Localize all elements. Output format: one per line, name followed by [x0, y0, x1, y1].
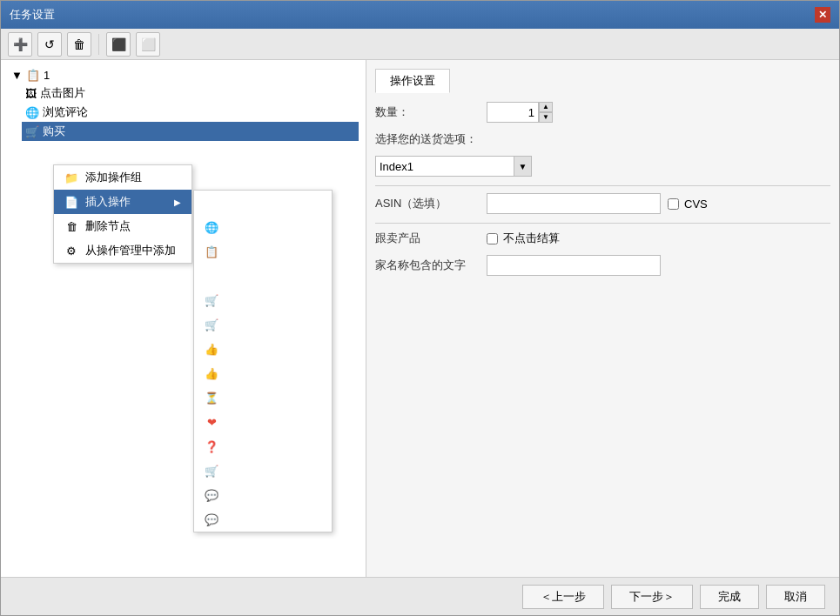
tree-item-buy[interactable]: 🛒 购买	[22, 122, 359, 141]
browse-comment-icon: 🌐	[205, 220, 218, 234]
context-menu-insert-action[interactable]: 📄 插入操作 ▶ 🖼 点击图片 🌐 浏览评论	[54, 190, 192, 214]
no-click-checkout-row: 不点击结算	[487, 231, 560, 246]
wait-label: 等待	[225, 390, 248, 405]
shipping-label: 选择您的送货选项：	[375, 131, 480, 147]
cvs-checkbox-row: CVS	[668, 198, 708, 211]
prev-button[interactable]: ＜上一步	[522, 585, 604, 609]
seller-name-row: 家名称包含的文字	[375, 255, 830, 276]
tree-item-root[interactable]: ▼ 📋 1	[8, 67, 359, 84]
shipping-select[interactable]: Index1	[375, 156, 514, 177]
tree-item-browse-comment[interactable]: 🌐 浏览评论	[22, 103, 359, 122]
view-detail-label: 查看详情	[225, 244, 271, 259]
submenu-scroll[interactable]: ↕ 滑动滚动条	[194, 264, 332, 288]
submenu-purchase[interactable]: 🛒 购买	[194, 459, 332, 483]
spin-buttons: ▲ ▼	[539, 102, 553, 123]
delete-button[interactable]: 🗑	[67, 32, 91, 57]
submenu-add-cart[interactable]: 🛒 添加购物车	[194, 288, 332, 312]
submenu-browse-comment[interactable]: 🌐 浏览评论	[194, 215, 332, 239]
add-cart-label: 添加购物车	[225, 292, 282, 308]
refresh-button[interactable]: ↺	[37, 32, 62, 57]
ask-icon: ❓	[205, 439, 218, 453]
expand-button[interactable]: ⬛	[106, 32, 131, 57]
submenu-question-like[interactable]: 👍 问题点赞	[194, 361, 332, 385]
scroll-icon: ↕	[205, 269, 218, 283]
tree-buy-label: 购买	[43, 124, 65, 139]
tree-area: ▼ 📋 1 🖼 点击图片 🌐 浏览评论 🛒 购买	[1, 60, 366, 148]
next-button[interactable]: 下一步＞	[611, 585, 693, 609]
quantity-input[interactable]	[487, 102, 539, 123]
tree-expand-icon: ▼	[11, 69, 23, 82]
submenu-view-detail[interactable]: 📋 查看详情	[194, 239, 332, 264]
tree-img-icon: 🖼	[25, 87, 37, 100]
question-like-icon: 👍	[205, 366, 218, 380]
seller-name-input[interactable]	[487, 255, 661, 276]
collapse-icon: ⬜	[141, 37, 156, 51]
direct-comment-icon: 💬	[205, 488, 218, 502]
content-area: ▼ 📋 1 🖼 点击图片 🌐 浏览评论 🛒 购买	[1, 60, 839, 577]
follow-product-row: 跟卖产品 不点击结算	[375, 231, 830, 246]
add-button[interactable]: ➕	[8, 32, 32, 57]
add-icon: ➕	[13, 37, 28, 51]
submenu-direct-comment[interactable]: 💬 直评	[194, 483, 332, 507]
submenu-click-image[interactable]: 🖼 点击图片	[194, 191, 332, 215]
toolbar-separator	[98, 34, 99, 55]
add-wishlist-label: 添加心愿单	[225, 414, 282, 430]
collapse-button[interactable]: ⬜	[136, 32, 160, 57]
submenu-ask[interactable]: ❓ 提问	[194, 434, 332, 459]
tree-buy-icon: 🛒	[25, 125, 39, 138]
task-settings-dialog: 任务设置 ✕ ➕ ↺ 🗑 ⬛ ⬜ ▼ 📋 1	[0, 0, 840, 616]
toolbar: ➕ ↺ 🗑 ⬛ ⬜	[1, 29, 839, 60]
submenu-arrow-icon: ▶	[174, 198, 181, 207]
context-menu-delete-node[interactable]: 🗑 删除节点	[54, 214, 192, 238]
cancel-button[interactable]: 取消	[766, 585, 825, 609]
expand-icon: ⬛	[111, 37, 126, 51]
quantity-label: 数量：	[375, 104, 480, 120]
ask-label: 提问	[225, 439, 248, 454]
context-menu-add-from-manager[interactable]: ⚙ 从操作管理中添加	[54, 238, 192, 263]
comment-like-label: 评论点赞	[225, 341, 271, 357]
tree-click-img-label: 点击图片	[40, 85, 85, 101]
tree-item-click-img[interactable]: 🖼 点击图片	[22, 84, 359, 103]
comment-like-icon: 👍	[205, 342, 218, 356]
seller-name-label: 家名称包含的文字	[375, 258, 480, 273]
add-wishlist-icon: ❤	[205, 415, 218, 429]
asin-input[interactable]	[487, 193, 661, 214]
dialog-title: 任务设置	[10, 7, 55, 23]
select-arrow-icon[interactable]: ▼	[514, 156, 532, 177]
cvs-checkbox[interactable]	[668, 198, 679, 210]
context-menu-add-group[interactable]: 📁 添加操作组	[54, 165, 192, 190]
direct-comment-label: 直评	[225, 487, 248, 503]
right-panel: 操作设置 数量： ▲ ▼ 选择您的送货选项：	[366, 60, 839, 577]
submenu-answer[interactable]: 💬 回答	[194, 507, 332, 532]
title-bar: 任务设置 ✕	[1, 1, 839, 29]
divider-1	[375, 185, 830, 186]
finish-button[interactable]: 完成	[700, 585, 759, 609]
purchase-icon: 🛒	[205, 464, 218, 478]
purchase-label: 购买	[225, 463, 248, 479]
answer-icon: 💬	[205, 512, 218, 526]
asin-row: ASIN（选填） CVS	[375, 193, 830, 214]
divider-2	[375, 223, 830, 224]
asin-label: ASIN（选填）	[375, 196, 480, 211]
wait-icon: ⏳	[205, 391, 218, 405]
view-detail-icon: 📋	[205, 244, 218, 258]
no-click-checkout-label: 不点击结算	[503, 231, 560, 246]
quantity-row: 数量： ▲ ▼	[375, 102, 830, 123]
delete-node-icon: 🗑	[64, 219, 78, 233]
submenu-wait[interactable]: ⏳ 等待	[194, 385, 332, 410]
submenu-add-wishlist[interactable]: ❤ 添加心愿单	[194, 410, 332, 434]
tree-browse-label: 浏览评论	[43, 104, 88, 120]
no-click-checkout-checkbox[interactable]	[487, 233, 498, 244]
submenu-comment-like[interactable]: 👍 评论点赞	[194, 337, 332, 361]
submenu: 🖼 点击图片 🌐 浏览评论 📋 查看详情 ↕	[193, 190, 333, 532]
insert-action-label: 插入操作	[85, 194, 131, 210]
close-button[interactable]: ✕	[815, 7, 830, 23]
clear-cart-icon: 🛒	[205, 318, 218, 331]
spin-up-button[interactable]: ▲	[539, 102, 553, 112]
tab-action-settings[interactable]: 操作设置	[375, 69, 450, 93]
insert-action-icon: 📄	[64, 195, 78, 209]
spin-down-button[interactable]: ▼	[539, 112, 553, 123]
add-cart-icon: 🛒	[205, 293, 218, 307]
add-group-icon: 📁	[64, 171, 78, 184]
submenu-clear-cart[interactable]: 🛒 清空购物车	[194, 312, 332, 337]
